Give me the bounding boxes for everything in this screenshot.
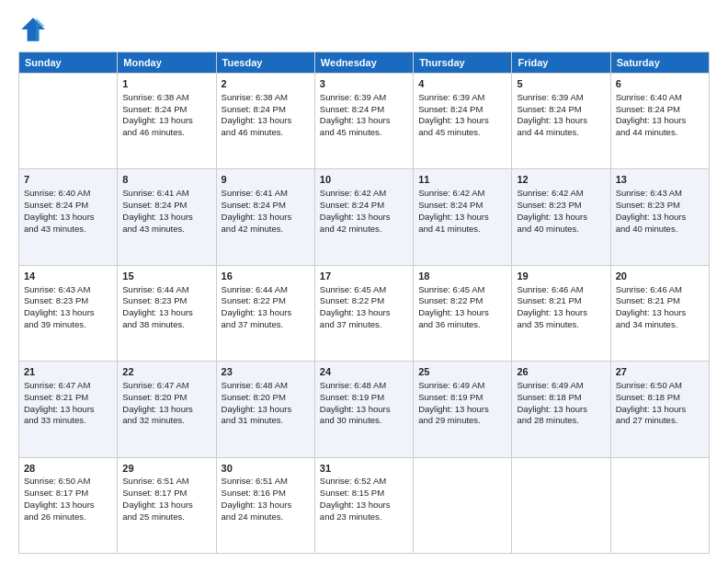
day-info: Sunrise: 6:50 AMSunset: 8:18 PMDaylight:… — [616, 380, 704, 427]
day-number: 23 — [222, 365, 310, 379]
day-cell: 14Sunrise: 6:43 AMSunset: 8:23 PMDayligh… — [19, 265, 118, 361]
day-cell: 3Sunrise: 6:39 AMSunset: 8:24 PMDaylight… — [314, 74, 413, 169]
day-number: 13 — [616, 173, 704, 187]
header-cell-tuesday: Tuesday — [216, 52, 314, 74]
day-cell: 20Sunrise: 6:46 AMSunset: 8:21 PMDayligh… — [610, 265, 709, 361]
day-number: 31 — [320, 462, 408, 476]
day-number: 22 — [122, 365, 210, 379]
day-number: 26 — [517, 365, 605, 379]
day-info: Sunrise: 6:50 AMSunset: 8:17 PMDaylight:… — [24, 476, 112, 523]
week-row-3: 21Sunrise: 6:47 AMSunset: 8:21 PMDayligh… — [19, 362, 710, 457]
day-number: 17 — [320, 270, 408, 283]
header-cell-thursday: Thursday — [414, 52, 512, 74]
day-number: 28 — [24, 462, 112, 476]
day-number: 15 — [122, 270, 210, 283]
day-cell: 15Sunrise: 6:44 AMSunset: 8:23 PMDayligh… — [118, 265, 216, 361]
day-cell — [610, 457, 709, 553]
day-info: Sunrise: 6:38 AMSunset: 8:24 PMDaylight:… — [122, 92, 210, 139]
week-row-4: 28Sunrise: 6:50 AMSunset: 8:17 PMDayligh… — [19, 457, 710, 553]
svg-marker-0 — [21, 17, 45, 41]
day-cell: 7Sunrise: 6:40 AMSunset: 8:24 PMDaylight… — [19, 169, 118, 265]
day-cell: 4Sunrise: 6:39 AMSunset: 8:24 PMDaylight… — [414, 74, 512, 169]
day-number: 7 — [24, 173, 112, 187]
day-cell: 28Sunrise: 6:50 AMSunset: 8:17 PMDayligh… — [19, 457, 118, 553]
day-info: Sunrise: 6:45 AMSunset: 8:22 PMDaylight:… — [320, 284, 408, 331]
day-info: Sunrise: 6:44 AMSunset: 8:22 PMDaylight:… — [222, 284, 310, 331]
calendar-body: 1Sunrise: 6:38 AMSunset: 8:24 PMDaylight… — [19, 74, 710, 554]
day-info: Sunrise: 6:46 AMSunset: 8:21 PMDaylight:… — [616, 284, 704, 331]
day-info: Sunrise: 6:40 AMSunset: 8:24 PMDaylight:… — [24, 188, 112, 235]
day-info: Sunrise: 6:43 AMSunset: 8:23 PMDaylight:… — [24, 284, 112, 331]
day-info: Sunrise: 6:42 AMSunset: 8:24 PMDaylight:… — [418, 188, 506, 235]
day-cell: 2Sunrise: 6:38 AMSunset: 8:24 PMDaylight… — [216, 74, 314, 169]
day-info: Sunrise: 6:40 AMSunset: 8:24 PMDaylight:… — [616, 92, 704, 139]
day-cell: 17Sunrise: 6:45 AMSunset: 8:22 PMDayligh… — [314, 265, 413, 361]
day-number: 10 — [320, 173, 408, 187]
day-cell: 6Sunrise: 6:40 AMSunset: 8:24 PMDaylight… — [610, 74, 709, 169]
day-number: 5 — [517, 77, 605, 91]
day-cell: 18Sunrise: 6:45 AMSunset: 8:22 PMDayligh… — [414, 265, 512, 361]
day-cell: 16Sunrise: 6:44 AMSunset: 8:22 PMDayligh… — [216, 265, 314, 361]
day-cell: 30Sunrise: 6:51 AMSunset: 8:16 PMDayligh… — [216, 457, 314, 553]
day-number: 14 — [24, 270, 112, 283]
day-info: Sunrise: 6:39 AMSunset: 8:24 PMDaylight:… — [320, 92, 408, 139]
day-number: 30 — [222, 462, 310, 476]
day-info: Sunrise: 6:45 AMSunset: 8:22 PMDaylight:… — [418, 284, 506, 331]
day-number: 1 — [122, 77, 210, 91]
day-info: Sunrise: 6:39 AMSunset: 8:24 PMDaylight:… — [418, 92, 506, 139]
header-cell-friday: Friday — [512, 52, 610, 74]
day-number: 29 — [122, 462, 210, 476]
day-cell: 1Sunrise: 6:38 AMSunset: 8:24 PMDaylight… — [118, 74, 216, 169]
week-row-2: 14Sunrise: 6:43 AMSunset: 8:23 PMDayligh… — [19, 265, 710, 361]
header-cell-monday: Monday — [118, 52, 216, 74]
day-number: 9 — [222, 173, 310, 187]
day-number: 21 — [24, 365, 112, 379]
day-number: 20 — [616, 270, 704, 283]
header — [18, 15, 710, 44]
day-info: Sunrise: 6:51 AMSunset: 8:17 PMDaylight:… — [122, 476, 210, 523]
day-number: 18 — [418, 270, 506, 283]
day-cell: 12Sunrise: 6:42 AMSunset: 8:23 PMDayligh… — [512, 169, 610, 265]
day-cell: 13Sunrise: 6:43 AMSunset: 8:23 PMDayligh… — [610, 169, 709, 265]
day-cell: 29Sunrise: 6:51 AMSunset: 8:17 PMDayligh… — [118, 457, 216, 553]
day-cell: 5Sunrise: 6:39 AMSunset: 8:24 PMDaylight… — [512, 74, 610, 169]
day-cell: 25Sunrise: 6:49 AMSunset: 8:19 PMDayligh… — [414, 362, 512, 457]
day-number: 8 — [122, 173, 210, 187]
week-row-1: 7Sunrise: 6:40 AMSunset: 8:24 PMDaylight… — [19, 169, 710, 265]
day-number: 25 — [418, 365, 506, 379]
day-cell: 26Sunrise: 6:49 AMSunset: 8:18 PMDayligh… — [512, 362, 610, 457]
header-row: SundayMondayTuesdayWednesdayThursdayFrid… — [19, 52, 710, 74]
day-number: 3 — [320, 77, 408, 91]
calendar-table: SundayMondayTuesdayWednesdayThursdayFrid… — [18, 52, 710, 554]
day-info: Sunrise: 6:52 AMSunset: 8:15 PMDaylight:… — [320, 476, 408, 523]
week-row-0: 1Sunrise: 6:38 AMSunset: 8:24 PMDaylight… — [19, 74, 710, 169]
day-info: Sunrise: 6:41 AMSunset: 8:24 PMDaylight:… — [122, 188, 210, 235]
calendar-header: SundayMondayTuesdayWednesdayThursdayFrid… — [19, 52, 710, 74]
day-cell: 31Sunrise: 6:52 AMSunset: 8:15 PMDayligh… — [314, 457, 413, 553]
day-cell — [414, 457, 512, 553]
day-info: Sunrise: 6:49 AMSunset: 8:18 PMDaylight:… — [517, 380, 605, 427]
day-cell — [512, 457, 610, 553]
day-cell: 23Sunrise: 6:48 AMSunset: 8:20 PMDayligh… — [216, 362, 314, 457]
day-number: 24 — [320, 365, 408, 379]
day-number: 6 — [616, 77, 704, 91]
day-info: Sunrise: 6:42 AMSunset: 8:23 PMDaylight:… — [517, 188, 605, 235]
day-info: Sunrise: 6:47 AMSunset: 8:21 PMDaylight:… — [24, 380, 112, 427]
day-cell: 9Sunrise: 6:41 AMSunset: 8:24 PMDaylight… — [216, 169, 314, 265]
day-info: Sunrise: 6:48 AMSunset: 8:20 PMDaylight:… — [222, 380, 310, 427]
day-info: Sunrise: 6:39 AMSunset: 8:24 PMDaylight:… — [517, 92, 605, 139]
day-info: Sunrise: 6:46 AMSunset: 8:21 PMDaylight:… — [517, 284, 605, 331]
day-info: Sunrise: 6:47 AMSunset: 8:20 PMDaylight:… — [122, 380, 210, 427]
day-number: 27 — [616, 365, 704, 379]
day-info: Sunrise: 6:48 AMSunset: 8:19 PMDaylight:… — [320, 380, 408, 427]
day-info: Sunrise: 6:49 AMSunset: 8:19 PMDaylight:… — [418, 380, 506, 427]
header-cell-wednesday: Wednesday — [314, 52, 413, 74]
calendar-page: SundayMondayTuesdayWednesdayThursdayFrid… — [0, 0, 728, 563]
day-cell: 24Sunrise: 6:48 AMSunset: 8:19 PMDayligh… — [314, 362, 413, 457]
header-cell-sunday: Sunday — [19, 52, 118, 74]
day-info: Sunrise: 6:42 AMSunset: 8:24 PMDaylight:… — [320, 188, 408, 235]
day-cell: 21Sunrise: 6:47 AMSunset: 8:21 PMDayligh… — [19, 362, 118, 457]
day-number: 4 — [418, 77, 506, 91]
day-cell: 10Sunrise: 6:42 AMSunset: 8:24 PMDayligh… — [314, 169, 413, 265]
header-cell-saturday: Saturday — [610, 52, 709, 74]
